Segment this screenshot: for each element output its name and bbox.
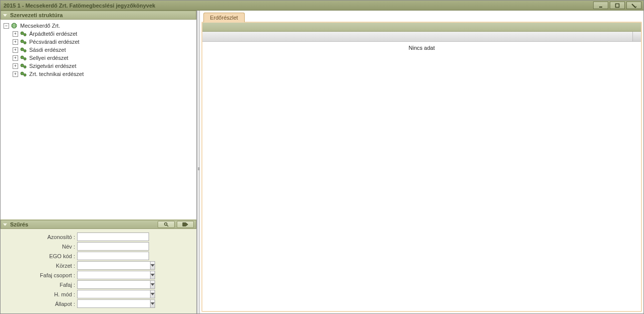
- titlebar-buttons: [593, 2, 641, 9]
- svg-point-16: [165, 223, 167, 225]
- svg-point-11: [24, 58, 26, 60]
- body: Szervezeti struktúra − Mecsekerdő Zrt.: [1, 11, 643, 313]
- tree-node-label: Szigetvári erdészet: [29, 63, 77, 69]
- expand-icon[interactable]: +: [13, 63, 18, 69]
- filter-combo-allapot-input[interactable]: [77, 299, 150, 308]
- filter-label-ego-kod: EGO kód :: [5, 253, 75, 259]
- dropdown-icon[interactable]: [150, 290, 155, 298]
- svg-point-13: [24, 66, 26, 68]
- org-icon: [11, 23, 18, 29]
- svg-point-5: [24, 34, 26, 36]
- filter-input-nev[interactable]: [77, 242, 149, 251]
- app-window: 2015 1 - Mecsekerdő Zrt. Fatömegbecslési…: [0, 0, 644, 314]
- filter-label-nev: Név :: [5, 244, 75, 250]
- filter-label-korzet: Körzet :: [5, 263, 75, 269]
- close-button[interactable]: [626, 2, 641, 9]
- filter-panel-title: Szűrés: [10, 221, 28, 227]
- filter-body: Azonosító : Név : EGO kód : Körzet :: [1, 229, 196, 313]
- svg-point-6: [21, 40, 24, 43]
- tab-label: Erdőrészlet: [210, 15, 238, 21]
- structure-panel-title: Szervezeti struktúra: [10, 12, 63, 18]
- dropdown-icon[interactable]: [150, 271, 155, 279]
- svg-point-4: [21, 32, 24, 35]
- filter-combo-allapot[interactable]: [77, 299, 149, 308]
- filter-input-azonosito[interactable]: [77, 232, 149, 241]
- expand-icon[interactable]: +: [13, 71, 18, 77]
- svg-point-15: [24, 74, 26, 76]
- minimize-button[interactable]: [593, 2, 608, 9]
- svg-line-17: [167, 225, 168, 226]
- filter-panel-header[interactable]: Szűrés: [1, 220, 196, 229]
- filter-combo-fafaj-input[interactable]: [77, 280, 150, 289]
- filter-label-fafaj: Fafaj :: [5, 282, 75, 288]
- forestry-icon: [20, 47, 27, 53]
- forestry-icon: [20, 55, 27, 61]
- filter-panel: Szűrés Azonosító :: [1, 219, 196, 313]
- grid-column-header: [202, 32, 641, 42]
- grid-toolbar: [202, 23, 641, 32]
- chevron-down-icon: [3, 223, 7, 226]
- tab-erdoreszlet[interactable]: Erdőrészlet: [203, 13, 245, 22]
- search-button[interactable]: [158, 221, 175, 228]
- filter-label-h-mod: H. mód :: [5, 291, 75, 297]
- clear-filter-button[interactable]: [177, 221, 194, 228]
- svg-point-12: [21, 64, 24, 67]
- expand-icon[interactable]: +: [13, 31, 18, 37]
- forestry-icon: [20, 39, 27, 45]
- svg-point-14: [21, 72, 24, 75]
- tree-node-label: Zrt. technikai erdészet: [29, 71, 84, 77]
- filter-combo-korzet-input[interactable]: [77, 261, 150, 270]
- filter-combo-h-mod-input[interactable]: [77, 290, 150, 298]
- expand-icon[interactable]: +: [13, 39, 18, 45]
- filter-combo-korzet[interactable]: [77, 261, 149, 270]
- forestry-icon: [20, 63, 27, 69]
- tree-node-label: Sásdi erdészet: [29, 47, 66, 53]
- dropdown-icon[interactable]: [150, 299, 155, 308]
- filter-combo-h-mod[interactable]: [77, 290, 149, 298]
- filter-input-ego-kod[interactable]: [77, 252, 149, 260]
- tree-node-root[interactable]: − Mecsekerdő Zrt.: [4, 22, 193, 30]
- structure-panel-header[interactable]: Szervezeti struktúra: [1, 11, 196, 20]
- forestry-icon: [20, 71, 27, 77]
- svg-point-10: [21, 56, 24, 59]
- window-title: 2015 1 - Mecsekerdő Zrt. Fatömegbecslési…: [4, 3, 155, 9]
- tabstrip: Erdőrészlet: [201, 12, 642, 22]
- tree-panel: − Mecsekerdő Zrt. +: [1, 20, 196, 219]
- chevron-down-icon: [3, 14, 7, 17]
- splitter[interactable]: [197, 11, 200, 313]
- tree-node-item[interactable]: + Árpádtetői erdészet: [13, 30, 193, 38]
- tree-node-item[interactable]: + Sásdi erdészet: [13, 46, 193, 54]
- dropdown-icon[interactable]: [150, 261, 155, 270]
- tree-node-label: Mecsekerdő Zrt.: [20, 23, 60, 29]
- grid-body: Nincs adat: [202, 42, 641, 311]
- svg-point-9: [24, 50, 26, 52]
- svg-point-7: [24, 42, 26, 44]
- maximize-button[interactable]: [610, 2, 625, 9]
- tree-node-label: Árpádtetői erdészet: [29, 31, 77, 37]
- filter-combo-fafaj[interactable]: [77, 280, 149, 289]
- dropdown-icon[interactable]: [150, 280, 155, 289]
- content-frame: Nincs adat: [201, 22, 642, 312]
- expand-icon[interactable]: +: [13, 47, 18, 53]
- tree-node-item[interactable]: + Pécsváradi erdészet: [13, 38, 193, 46]
- svg-rect-1: [616, 4, 619, 7]
- tree-node-item[interactable]: + Szigetvári erdészet: [13, 62, 193, 70]
- expand-icon[interactable]: +: [13, 55, 18, 61]
- filter-label-fafaj-csoport: Fafaj csoport :: [5, 272, 75, 278]
- tree-node-item[interactable]: + Zrt. technikai erdészet: [13, 70, 193, 78]
- right-column: Erdőrészlet Nincs adat: [200, 11, 643, 313]
- filter-combo-fafaj-csoport-input[interactable]: [77, 271, 150, 279]
- filter-combo-fafaj-csoport[interactable]: [77, 271, 149, 279]
- filter-label-allapot: Állapot :: [5, 301, 75, 307]
- collapse-icon[interactable]: −: [4, 23, 9, 29]
- forestry-icon: [20, 31, 27, 37]
- left-column: Szervezeti struktúra − Mecsekerdő Zrt.: [1, 11, 197, 313]
- tree-node-label: Sellyei erdészet: [29, 55, 68, 61]
- filter-label-azonosito: Azonosító :: [5, 234, 75, 240]
- titlebar: 2015 1 - Mecsekerdő Zrt. Fatömegbecslési…: [1, 1, 643, 11]
- svg-point-8: [21, 48, 24, 51]
- grid-empty-text: Nincs adat: [409, 45, 435, 51]
- tree-node-label: Pécsváradi erdészet: [29, 39, 80, 45]
- tree-node-item[interactable]: + Sellyei erdészet: [13, 54, 193, 62]
- scrollbar-corner: [632, 32, 641, 41]
